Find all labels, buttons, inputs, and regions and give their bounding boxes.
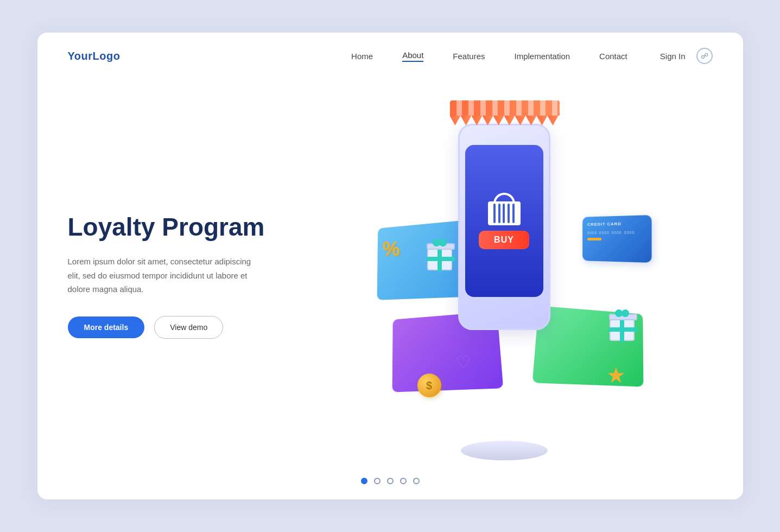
page-background: YourLogo Home About Features Implementat… [0, 0, 780, 532]
cc-num-4: 0000 [624, 231, 635, 235]
nav-contact[interactable]: Contact [599, 52, 627, 61]
nav-about[interactable]: About [402, 50, 423, 62]
gift-box-body-2 [610, 319, 635, 341]
basket-line-1 [493, 204, 496, 223]
basket-line-4 [508, 204, 510, 223]
gift-box-body-1 [427, 249, 452, 270]
dot-5[interactable] [413, 478, 420, 484]
hero-title: Loyalty Program [68, 213, 296, 242]
nav-right: Sign In ☍ [660, 48, 713, 64]
awning-tooth-1 [450, 116, 461, 125]
dot-1[interactable] [361, 478, 367, 484]
left-panel: Loyalty Program Lorem ipsum dolor sit am… [68, 202, 296, 338]
awning-tooth-7 [515, 116, 526, 125]
basket-body [488, 201, 521, 225]
search-icon: ☍ [701, 52, 708, 60]
credit-card-numbers: 0000 0000 0000 0000 [587, 230, 646, 235]
nav-implementation[interactable]: Implementation [515, 52, 570, 61]
basket-line-5 [512, 204, 515, 223]
awning-tooth-6 [504, 116, 515, 125]
basket-line-3 [503, 204, 505, 223]
buy-button[interactable]: BUY [479, 231, 529, 249]
awning-stripes [450, 100, 560, 116]
awning-tooth-9 [537, 116, 548, 125]
awning-tooth-5 [493, 116, 504, 125]
percent-icon: % [383, 238, 400, 261]
phone-base [461, 441, 548, 460]
awning-bottom [450, 116, 560, 125]
gift-box-2 [610, 319, 635, 341]
awning-tooth-4 [483, 116, 493, 125]
pagination-dots [361, 478, 420, 484]
main-card: YourLogo Home About Features Implementat… [37, 33, 743, 499]
logo: YourLogo [68, 50, 121, 62]
awning-tooth-2 [461, 116, 472, 125]
nav-links: Home About Features Implementation Conta… [351, 50, 627, 62]
coin-icon: $ [417, 373, 441, 397]
awning-tooth-3 [472, 116, 483, 125]
sign-in-link[interactable]: Sign In [660, 52, 686, 61]
basket-line-2 [498, 204, 500, 223]
cta-buttons: More details View demo [68, 316, 296, 339]
navigation: YourLogo Home About Features Implementat… [37, 33, 743, 64]
main-content: Loyalty Program Lorem ipsum dolor sit am… [37, 64, 743, 477]
gift-ribbon-h-2 [609, 327, 637, 332]
nav-home[interactable]: Home [351, 52, 373, 61]
hero-illustration: BUY CREDIT CARD 0000 0000 0000 0000 [347, 91, 662, 460]
cc-bar [587, 238, 601, 240]
phone-device: BUY [458, 124, 550, 330]
search-button[interactable]: ☍ [696, 48, 713, 64]
dot-4[interactable] [400, 478, 407, 484]
view-demo-button[interactable]: View demo [154, 316, 223, 339]
dot-3[interactable] [387, 478, 394, 484]
credit-card: CREDIT CARD 0000 0000 0000 0000 [582, 215, 651, 263]
cc-num-2: 0000 [599, 231, 609, 235]
awning [450, 100, 560, 125]
credit-card-label: CREDIT CARD [587, 221, 646, 227]
dollar-sign: $ [426, 379, 432, 392]
awning-tooth-8 [526, 116, 537, 125]
heart-icon: ♡ [455, 352, 471, 372]
cc-num-1: 0000 [587, 231, 597, 235]
hero-description: Lorem ipsum dolor sit amet, consectetur … [68, 255, 263, 296]
cc-num-3: 0000 [611, 231, 622, 235]
dot-2[interactable] [374, 478, 381, 484]
nav-features[interactable]: Features [453, 52, 485, 61]
gift-box-1 [427, 249, 452, 270]
right-panel: BUY CREDIT CARD 0000 0000 0000 0000 [296, 64, 713, 477]
gift-ribbon-h-1 [427, 257, 455, 261]
more-details-button[interactable]: More details [68, 316, 145, 338]
awning-tooth-10 [548, 116, 559, 125]
phone-screen: BUY [465, 145, 543, 297]
awning-top [450, 100, 560, 116]
basket-icon [485, 193, 523, 225]
star-icon: ★ [606, 363, 626, 388]
basket-lines [488, 201, 521, 225]
